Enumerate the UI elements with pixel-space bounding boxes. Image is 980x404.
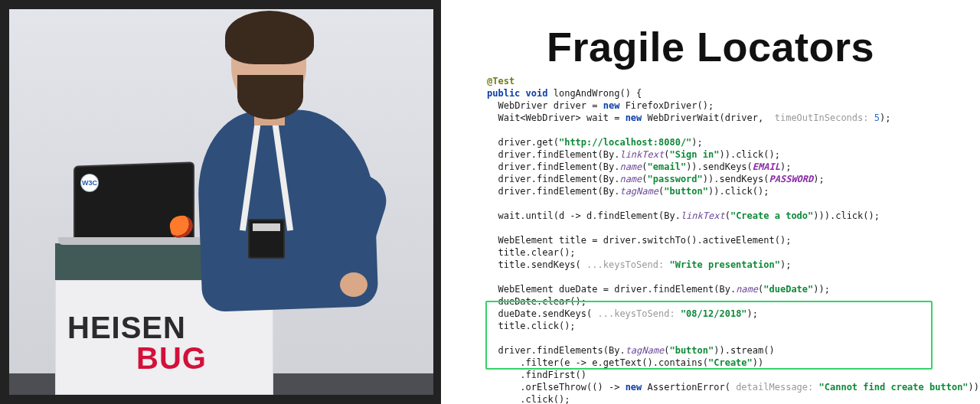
- code: driver.findElement(By.: [498, 174, 619, 184]
- code: .findFirst(): [498, 370, 586, 380]
- code: (: [642, 161, 647, 172]
- kw-new: new: [626, 112, 642, 123]
- code: driver.findElement(By.: [498, 186, 619, 197]
- num: 5: [869, 112, 880, 123]
- brand-line1: HEISEN: [67, 312, 266, 343]
- string: "http://localhost:8080/": [559, 137, 691, 148]
- param-hint: detailMessage:: [736, 382, 813, 393]
- kw-public-void: public void: [487, 88, 547, 99]
- code: (: [642, 174, 647, 184]
- code: .filter(e -> e.getText().contains(: [498, 357, 708, 368]
- code: )): [969, 382, 979, 393]
- code: WebElement title = driver.switchTo().act…: [498, 235, 791, 246]
- method-name: longAndWrong() {: [554, 88, 642, 99]
- code: dueDate.sendKeys(: [498, 308, 597, 319]
- laptop-base: [58, 237, 211, 245]
- speaker-photo: HEISEN BUG W3C: [9, 9, 433, 395]
- conference-badge: [248, 219, 285, 259]
- string: "Create": [708, 357, 753, 368]
- code: WebDriverWait(driver,: [642, 112, 774, 123]
- slide: Fragile Locators @Test public void longA…: [441, 0, 980, 404]
- code: FirefoxDriver();: [619, 100, 714, 111]
- code: driver.get(: [498, 137, 558, 148]
- by-method: name: [736, 284, 758, 295]
- code: title.click();: [498, 321, 575, 331]
- string: "password": [648, 174, 703, 184]
- string: "button": [664, 186, 708, 197]
- string: "Write presentation": [664, 259, 780, 270]
- conference-brand: HEISEN BUG: [67, 312, 266, 373]
- string: "Create a todo": [730, 210, 813, 221]
- code: driver.findElement(By.: [498, 149, 619, 160]
- code: title.sendKeys(: [498, 259, 586, 270]
- code: )).click();: [719, 149, 779, 160]
- code: );: [691, 137, 702, 148]
- code: AssertionError(: [642, 382, 736, 393]
- video-frame: HEISEN BUG W3C: [0, 0, 441, 404]
- code: );: [813, 174, 824, 184]
- code: driver.findElement(By.: [498, 161, 619, 172]
- speaker-beard: [237, 75, 303, 119]
- kw-new: new: [603, 100, 620, 111]
- by-method: tagName: [626, 345, 665, 356]
- slide-title: Fragile Locators: [441, 23, 980, 70]
- laptop-badge: W3C: [81, 174, 98, 191]
- string: "08/12/2018": [675, 308, 747, 319]
- param-hint: ...keysToSend:: [598, 308, 675, 319]
- by-method: linkText: [681, 210, 725, 221]
- param-hint: timeOutInSeconds:: [775, 112, 869, 123]
- kw-new: new: [626, 382, 642, 393]
- code: )).click();: [708, 186, 769, 197]
- code: )).sendKeys(: [686, 161, 753, 172]
- code: );: [747, 308, 758, 319]
- code: Wait<WebDriver> wait =: [498, 112, 625, 123]
- code: );: [780, 259, 791, 270]
- param-hint: ...keysToSend:: [586, 259, 664, 270]
- code: title.clear();: [498, 247, 575, 258]
- string: "Sign in": [669, 149, 719, 160]
- string: "Cannot find create button": [813, 382, 968, 393]
- brand-line2: BUG: [136, 343, 266, 373]
- code: WebElement dueDate = driver.findElement(…: [498, 284, 736, 295]
- code: );: [780, 161, 791, 172]
- code: wait.until(d -> d.findElement(By.: [498, 210, 680, 221]
- string: "dueDate": [763, 284, 813, 295]
- code-block: @Test public void longAndWrong() { WebDr…: [441, 75, 980, 404]
- by-method: tagName: [619, 186, 658, 197]
- string: "button": [669, 345, 714, 356]
- by-method: name: [619, 174, 642, 184]
- by-method: name: [619, 161, 642, 172]
- code: )).sendKeys(: [703, 174, 769, 184]
- code: .orElseThrow(() ->: [498, 382, 625, 393]
- constant: PASSWORD: [769, 174, 814, 184]
- code: (: [725, 210, 730, 221]
- code: )).stream(): [714, 345, 774, 356]
- speaker-hair: [225, 11, 314, 64]
- code: )): [753, 357, 763, 368]
- code-annotation: @Test: [487, 76, 514, 86]
- code: ));: [813, 284, 830, 295]
- code: driver.findElements(By.: [498, 345, 625, 356]
- code: );: [880, 112, 890, 123]
- speaker-hand: [340, 272, 368, 297]
- by-method: linkText: [619, 149, 664, 160]
- code: WebDriver driver =: [498, 100, 603, 111]
- code: ))).click();: [813, 210, 880, 221]
- constant: EMAIL: [753, 161, 780, 172]
- code: dueDate.clear();: [498, 296, 586, 307]
- code: .click();: [498, 394, 570, 404]
- string: "email": [648, 161, 687, 172]
